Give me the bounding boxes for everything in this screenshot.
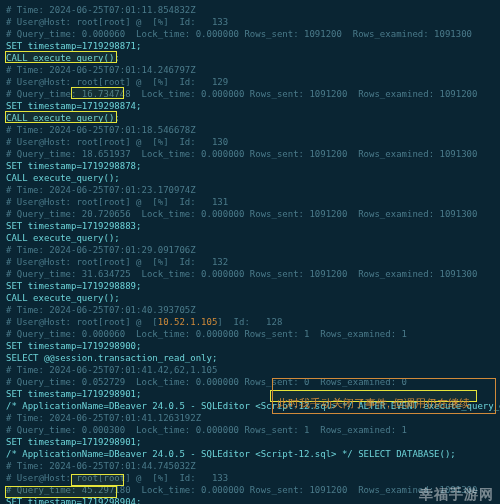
log-line: CALL execute_query(); <box>6 292 494 304</box>
log-line: # Query_time: 31.634725 Lock_time: 0.000… <box>6 268 494 280</box>
log-line: /* ApplicationName=DBeaver 24.0.5 - SQLE… <box>6 448 494 460</box>
log-line: # Time: 2024-06-25T07:01:11.854832Z <box>6 4 494 16</box>
log-line: SET timestamp=1719298901; <box>6 436 494 448</box>
log-line: SET timestamp=1719298878; <box>6 160 494 172</box>
log-line: # Query_time: 20.720656 Lock_time: 0.000… <box>6 208 494 220</box>
log-line: # Time: 2024-06-25T07:01:14.246797Z <box>6 64 494 76</box>
log-line: # Time: 2024-06-25T07:01:18.546678Z <box>6 124 494 136</box>
log-line: /* ApplicationName=DBeaver 24.0.5 - SQLE… <box>6 400 494 412</box>
log-line: # Query_time: 45.297180 Lock_time: 0.000… <box>6 484 494 496</box>
log-line: # Query_time: 0.052729 Lock_time: 0.0000… <box>6 376 494 388</box>
log-line: # User@Host: root[root] @ [%] Id: 133 <box>6 472 494 484</box>
log-line: # Time: 2024-06-25T07:01:41.1263192Z <box>6 412 494 424</box>
log-line: # Time: 2024-06-25T07:01:23.170974Z <box>6 184 494 196</box>
log-line: # Query_time: 0.000300 Lock_time: 0.0000… <box>6 424 494 436</box>
log-line: # User@Host: root[root] @ [%] Id: 132 <box>6 256 494 268</box>
log-line: # Time: 2024-06-25T07:01:44.745032Z <box>6 460 494 472</box>
log-line: # Time: 2024-06-25T07:01:29.091706Z <box>6 244 494 256</box>
log-line: # User@Host: root[root] @ [%] Id: 133 <box>6 16 494 28</box>
log-line: SET timestamp=1719298901; <box>6 388 494 400</box>
log-line: SET timestamp=1719298904; <box>6 496 494 504</box>
log-line: SET timestamp=1719298900; <box>6 340 494 352</box>
log-line: SELECT @@session.transaction_read_only; <box>6 352 494 364</box>
log-line: # Query_time: 0.000060 Lock_time: 0.0000… <box>6 28 494 40</box>
log-line: # Time: 2024-06-25T07:01:41.42,62,1.105 <box>6 364 494 376</box>
log-line: # Query_time: 16.734748 Lock_time: 0.000… <box>6 88 494 100</box>
log-line: SET timestamp=1719298883; <box>6 220 494 232</box>
log-line: # Time: 2024-06-25T07:01:40.393705Z <box>6 304 494 316</box>
log-line: # User@Host: root[root] @ [%] Id: 131 <box>6 196 494 208</box>
log-line: CALL execute_query(); <box>6 52 494 64</box>
log-line: SET timestamp=1719298874; <box>6 100 494 112</box>
log-line: CALL execute_query(); <box>6 232 494 244</box>
log-line: CALL execute_query(); <box>6 172 494 184</box>
log-line: # Query_time: 18.651937 Lock_time: 0.000… <box>6 148 494 160</box>
log-line: # User@Host: root[root] @ [10.52.1.105] … <box>6 316 494 328</box>
log-line: CALL execute_query(); <box>6 112 494 124</box>
log-line: # User@Host: root[root] @ [%] Id: 129 <box>6 76 494 88</box>
log-line: # User@Host: root[root] @ [%] Id: 130 <box>6 136 494 148</box>
log-line: # Query_time: 0.000060 Lock_time: 0.0000… <box>6 328 494 340</box>
log-line: SET timestamp=1719298871; <box>6 40 494 52</box>
sql-log-viewer: # Time: 2024-06-25T07:01:11.854832Z# Use… <box>0 0 500 504</box>
log-line: SET timestamp=1719298889; <box>6 280 494 292</box>
